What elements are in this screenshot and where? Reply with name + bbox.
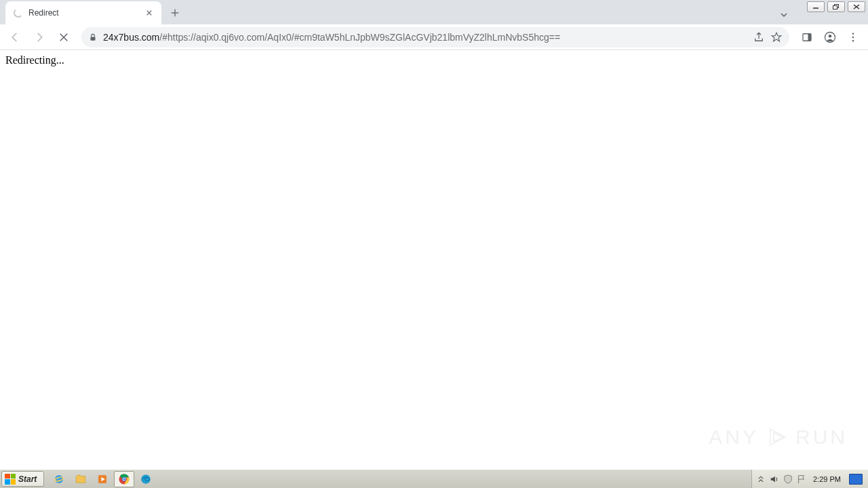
url-host: 24x7bus.com	[103, 32, 159, 43]
svg-point-17	[852, 36, 854, 38]
toolbar-right	[796, 26, 864, 48]
tray-clock[interactable]: 2:29 PM	[809, 475, 845, 483]
url-path: /#https://aqix0.qj6vo.com/AqIx0/#cm9taW5…	[159, 32, 560, 43]
menu-button[interactable]	[842, 26, 864, 48]
person-icon	[824, 31, 836, 43]
watermark-left: ANY	[709, 426, 759, 449]
kebab-icon	[847, 31, 859, 43]
minimize-icon	[812, 3, 820, 10]
share-icon	[753, 31, 765, 43]
start-label: Start	[18, 474, 37, 484]
svg-rect-13	[808, 33, 812, 41]
page-content: Redirecting... ANY RUN	[0, 50, 868, 469]
tab-overflow-button[interactable]	[774, 5, 793, 24]
redirecting-text: Redirecting...	[5, 54, 64, 66]
chevron-down-icon	[780, 11, 788, 19]
plus-icon	[170, 8, 180, 18]
svg-point-18	[852, 39, 854, 41]
svg-rect-2	[833, 6, 837, 9]
star-icon	[770, 31, 783, 43]
taskbar: Start	[0, 469, 868, 488]
browser-window: Redirect	[0, 0, 868, 469]
svg-marker-19	[770, 429, 785, 445]
svg-rect-11	[91, 37, 96, 40]
svg-point-28	[123, 478, 125, 480]
svg-point-15	[829, 34, 832, 37]
address-bar[interactable]: 24x7bus.com/#https://aqix0.qj6vo.com/AqI…	[81, 27, 789, 47]
edge-icon	[140, 473, 152, 485]
watermark-right: RUN	[795, 426, 848, 449]
share-button[interactable]	[753, 31, 765, 43]
taskbar-chrome[interactable]	[114, 471, 134, 487]
bookmark-button[interactable]	[770, 31, 783, 43]
folder-icon	[75, 473, 87, 485]
close-icon	[146, 9, 153, 16]
svg-point-29	[142, 474, 151, 484]
taskbar-media[interactable]	[92, 471, 113, 487]
system-tray: 2:29 PM	[751, 470, 868, 488]
svg-point-16	[852, 33, 854, 35]
watermark: ANY RUN	[709, 426, 848, 449]
taskbar-edge[interactable]	[136, 471, 156, 487]
stop-button[interactable]	[53, 26, 75, 48]
tray-expand-button[interactable]	[755, 471, 767, 487]
start-button[interactable]: Start	[1, 471, 44, 487]
panel-icon	[801, 31, 813, 43]
forward-button[interactable]	[28, 26, 50, 48]
svg-marker-20	[774, 432, 783, 442]
maximize-icon	[832, 3, 840, 10]
tab-close-button[interactable]	[144, 7, 155, 18]
stop-icon	[58, 31, 70, 43]
arrow-left-icon	[9, 31, 21, 43]
window-close-button[interactable]	[848, 1, 865, 12]
shield-icon	[783, 474, 793, 484]
tab-title: Redirect	[28, 8, 138, 18]
quick-launch	[45, 470, 159, 488]
tray-volume[interactable]	[768, 471, 781, 487]
tray-show-desktop[interactable]	[849, 474, 863, 485]
arrow-right-icon	[33, 31, 45, 43]
url-text: 24x7bus.com/#https://aqix0.qj6vo.com/AqI…	[103, 32, 747, 43]
taskbar-ie[interactable]	[49, 471, 69, 487]
side-panel-button[interactable]	[796, 26, 818, 48]
browser-tab[interactable]: Redirect	[5, 1, 161, 24]
play-icon	[766, 426, 789, 449]
tab-strip: Redirect	[0, 0, 868, 24]
tray-flag[interactable]	[795, 471, 808, 487]
minimize-button[interactable]	[807, 1, 825, 12]
volume-icon	[770, 474, 779, 484]
lock-icon[interactable]	[88, 33, 98, 42]
window-controls	[804, 0, 868, 14]
chevrons-icon	[756, 474, 766, 484]
flag-icon	[797, 474, 806, 484]
close-icon	[852, 3, 861, 10]
back-button[interactable]	[4, 26, 26, 48]
profile-button[interactable]	[819, 26, 841, 48]
maximize-button[interactable]	[827, 1, 845, 12]
chrome-icon	[118, 473, 130, 485]
ie-icon	[53, 473, 65, 485]
windows-flag-icon	[5, 474, 16, 485]
new-tab-button[interactable]	[165, 3, 184, 22]
tray-security[interactable]	[782, 471, 794, 487]
media-icon	[96, 473, 108, 485]
taskbar-explorer[interactable]	[71, 471, 91, 487]
loading-spinner-icon	[14, 8, 23, 18]
browser-toolbar: 24x7bus.com/#https://aqix0.qj6vo.com/AqI…	[0, 24, 868, 50]
